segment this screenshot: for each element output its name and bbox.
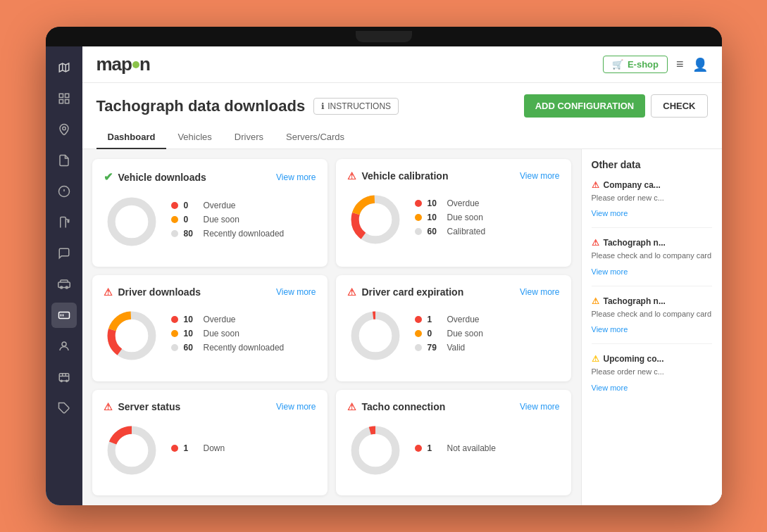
warn-icon: ⚠: [347, 170, 356, 182]
company-card-warn-icon: ⚠: [592, 180, 599, 190]
sidebar-item-tag[interactable]: [51, 395, 77, 421]
tachograph-2-label: Tachograph n...: [604, 296, 666, 306]
driver-downloads-title: ⚠ Driver downloads: [104, 286, 201, 298]
stat-due-soon-cal: 10 Due soon: [415, 213, 560, 222]
svg-rect-2: [59, 94, 63, 97]
stat-calibrated: 60 Calibrated: [415, 227, 560, 236]
vehicle-downloads-view-more[interactable]: View more: [276, 172, 316, 182]
vehicle-calibration-donut: [347, 191, 404, 248]
driver-downloads-card: ⚠ Driver downloads View more: [92, 275, 328, 381]
device-frame: map n 🛒 E-shop ≡ 👤 Tachograph: [46, 27, 722, 505]
server-status-label: Server status: [118, 401, 181, 412]
server-status-body: 1 Down: [104, 422, 316, 479]
stat-recently-downloaded: 80 Recently downloaded: [171, 229, 316, 239]
sidebar-item-bus[interactable]: [51, 365, 77, 390]
stat-overdue: 0 Overdue: [171, 201, 316, 210]
tacho-connection-view-more[interactable]: View more: [520, 402, 559, 412]
server-status-view-more[interactable]: View more: [276, 402, 316, 412]
company-card-label: Company ca...: [604, 180, 661, 190]
sidebar-item-user[interactable]: [51, 334, 77, 359]
tachograph-1-label: Tachograph n...: [604, 238, 666, 248]
driver-downloads-view-more[interactable]: View more: [276, 287, 316, 297]
svg-rect-3: [65, 94, 68, 97]
stat-dce-due-soon: 0 Due soon: [415, 329, 560, 338]
tab-drivers[interactable]: Drivers: [223, 126, 275, 149]
tab-dashboard[interactable]: Dashboard: [96, 126, 167, 149]
upcoming-text: Please order new c...: [592, 367, 712, 377]
add-configuration-button[interactable]: ADD CONFIGURATION: [524, 94, 646, 118]
dce-valid-dot: [415, 344, 422, 351]
vehicle-downloads-label: Vehicle downloads: [118, 172, 206, 183]
stat-dd-recent: 60 Recently downloaded: [171, 343, 316, 353]
sidebar-item-alerts[interactable]: [51, 179, 77, 204]
instructions-button[interactable]: ℹ INSTRUCTIONS: [313, 98, 399, 115]
logo-suffix: n: [139, 53, 150, 75]
driver-downloads-label: Driver downloads: [118, 286, 201, 298]
stat-overdue-cal: 10 Overdue: [415, 198, 560, 208]
tab-vehicles[interactable]: Vehicles: [166, 126, 223, 149]
eshop-label: E-shop: [628, 59, 659, 70]
dd-recent-dot: [171, 344, 178, 351]
sidebar-item-map[interactable]: [51, 55, 77, 80]
side-panel: Other data ⚠ Company ca... Please order …: [581, 149, 722, 505]
sidebar-item-fuel[interactable]: [51, 210, 77, 235]
upcoming-view-more[interactable]: View more: [592, 384, 628, 392]
company-card-text: Please order new c...: [592, 193, 712, 203]
stat-tc-unavailable: 1 Not available: [415, 443, 560, 453]
tab-servers-cards[interactable]: Servers/Cards: [275, 126, 356, 149]
page-actions: ADD CONFIGURATION CHECK: [524, 94, 708, 118]
driver-card-label: Driver card expiration: [362, 286, 464, 298]
driver-warn-icon: ⚠: [104, 286, 113, 298]
menu-icon[interactable]: ≡: [676, 57, 684, 72]
svg-point-17: [62, 342, 66, 346]
stat-ss-down: 1 Down: [171, 443, 316, 453]
sidebar-item-dashboard[interactable]: [51, 86, 77, 111]
vehicle-calibration-card: ⚠ Vehicle calibration View more: [336, 159, 571, 267]
sidebar-item-tachograph[interactable]: [51, 303, 77, 328]
sidebar: [46, 46, 82, 505]
main-content: map n 🛒 E-shop ≡ 👤 Tachograph: [82, 46, 722, 505]
vehicle-calibration-body: 10 Overdue 10 Due soon: [347, 191, 560, 248]
tachograph-1-text: Please check and lo company card: [592, 251, 712, 261]
eshop-button[interactable]: 🛒 E-shop: [603, 56, 668, 73]
side-alert-tachograph-1: ⚠ Tachograph n... Please check and lo co…: [592, 238, 712, 286]
vehicle-downloads-stats: 0 Overdue 0 Due soon 8: [171, 201, 316, 243]
vehicle-downloads-donut: [104, 194, 160, 250]
vehicle-downloads-header: ✔ Vehicle downloads View more: [104, 170, 316, 184]
sidebar-item-documents[interactable]: [51, 148, 77, 173]
dashboard-grid: ✔ Vehicle downloads View more: [82, 149, 581, 505]
dd-due-soon-dot: [171, 330, 178, 337]
status-ok-icon: ✔: [104, 170, 113, 184]
logo-dot: [132, 61, 139, 68]
sidebar-item-location[interactable]: [51, 117, 77, 142]
tacho-connection-body: 1 Not available: [347, 422, 560, 479]
driver-card-title: ⚠ Driver card expiration: [347, 286, 464, 298]
driver-downloads-body: 10 Overdue 10 Due soon: [104, 308, 316, 364]
tacho-connection-stats: 1 Not available: [415, 443, 560, 457]
side-alert-upcoming: ⚠ Upcoming co... Please order new c... V…: [592, 354, 712, 401]
stat-dd-due-soon: 10 Due soon: [171, 329, 316, 338]
vehicle-calibration-view-more[interactable]: View more: [520, 171, 559, 181]
check-button[interactable]: CHECK: [651, 94, 707, 118]
sidebar-item-vehicles[interactable]: [51, 272, 77, 297]
company-card-view-more[interactable]: View more: [592, 209, 628, 217]
camera-bar: [46, 27, 722, 46]
user-profile-icon[interactable]: 👤: [692, 57, 708, 72]
top-header: map n 🛒 E-shop ≡ 👤: [82, 46, 722, 83]
page-title: Tachograph data downloads: [96, 97, 306, 115]
driver-downloads-stats: 10 Overdue 10 Due soon: [171, 315, 316, 357]
vehicle-calibration-stats: 10 Overdue 10 Due soon: [415, 198, 560, 241]
driver-card-view-more[interactable]: View more: [520, 287, 559, 297]
tachograph-1-view-more[interactable]: View more: [592, 267, 628, 276]
tachograph-2-view-more[interactable]: View more: [592, 325, 628, 334]
ss-down-dot: [171, 445, 178, 452]
tacho-connection-header: ⚠ Tacho connection View more: [347, 401, 560, 412]
tachograph-2-text: Please check and lo company card: [592, 309, 712, 319]
dce-warn-icon: ⚠: [347, 286, 356, 298]
calibrated-dot: [415, 228, 422, 235]
recent-dot: [171, 230, 178, 237]
tacho-connection-donut: [347, 422, 404, 479]
dd-overdue-dot: [171, 316, 178, 323]
company-card-title: ⚠ Company ca...: [592, 180, 712, 190]
sidebar-item-messages[interactable]: [51, 241, 77, 266]
